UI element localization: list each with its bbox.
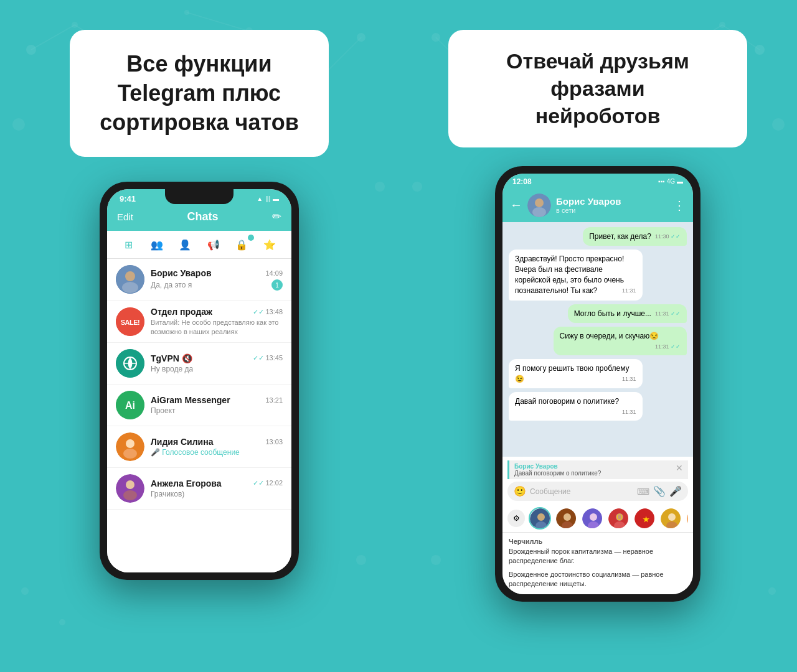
svg-point-0 bbox=[26, 45, 36, 55]
svg-point-46 bbox=[532, 207, 546, 217]
svg-point-5 bbox=[12, 118, 25, 131]
chat-preview-sales: Виталий: Не особо представляю как это во… bbox=[151, 318, 283, 336]
svg-line-10 bbox=[31, 25, 75, 50]
message-placeholder[interactable]: Сообщение bbox=[530, 487, 633, 496]
chat-list: Борис Уваров 14:09 Да, да это я 1 bbox=[107, 259, 291, 572]
chat-name-lidia: Лидия Силина bbox=[151, 437, 213, 447]
svg-text:Ai: Ai bbox=[125, 400, 135, 411]
contact-name: Борис Уваров bbox=[556, 196, 621, 207]
right-title-card: Отвечай друзьям фразаминейроботов bbox=[448, 30, 747, 147]
chat-preview-lidia: 🎤 Голосовое сообщение bbox=[151, 448, 240, 457]
android-time: 12:08 bbox=[512, 177, 532, 186]
bot-response-1: Врожденный порок капитализма — неравное … bbox=[509, 547, 687, 566]
chat-time-aigram: 13:21 bbox=[265, 396, 283, 404]
right-title: Отвечай друзьям фразаминейроботов bbox=[478, 47, 717, 130]
filter-bots[interactable]: 🔒 bbox=[232, 236, 252, 253]
right-phone: 12:08 ▪▪▪ 4G ▬ ← Борис У bbox=[495, 166, 700, 602]
more-button[interactable]: ⋮ bbox=[673, 198, 686, 213]
bot-avatar-6[interactable] bbox=[659, 507, 682, 530]
bot-avatar-1[interactable] bbox=[529, 507, 551, 530]
avatar-sales: SALE! bbox=[116, 307, 144, 336]
msg-time-1: 11:30 ✓✓ bbox=[655, 233, 681, 241]
msg-time-4: 11:31 ✓✓ bbox=[655, 343, 681, 351]
emoji-button[interactable]: 🙂 bbox=[514, 485, 526, 497]
chat-info-vpn: TgVPN 🔇 ✓✓13:45 Ну вроде да bbox=[151, 353, 283, 373]
input-area: Борис Уваров Давай поговорим о политике?… bbox=[502, 457, 693, 505]
filter-tabs: ⊞ 👥 👤 📢 🔒 ⭐ bbox=[107, 231, 291, 259]
svg-point-45 bbox=[535, 198, 544, 207]
msg-time-3: 11:31 ✓✓ bbox=[655, 310, 681, 318]
svg-point-37 bbox=[772, 118, 785, 131]
chats-title: Chats bbox=[187, 210, 218, 223]
chat-item-lidia[interactable]: Лидия Силина 13:03 🎤 Голосовое сообщение bbox=[107, 426, 291, 468]
svg-point-54 bbox=[590, 513, 597, 521]
chat-name-aigram: AiGram Messenger bbox=[151, 395, 230, 405]
filter-groups[interactable]: 👥 bbox=[147, 236, 167, 253]
avatar-lidia bbox=[116, 432, 144, 461]
bot-avatar-4[interactable] bbox=[607, 507, 630, 530]
bot-avatar-7[interactable] bbox=[686, 507, 688, 530]
attach-button[interactable]: 📎 bbox=[653, 485, 666, 497]
bot-response: Черчилль Врожденный порок капитализма — … bbox=[502, 532, 693, 594]
chat-time-angela: ✓✓12:02 bbox=[253, 479, 283, 487]
chat-time-vpn: ✓✓13:45 bbox=[253, 354, 283, 362]
chat-header: ← Борис Уваров в сети ⋮ bbox=[502, 189, 693, 222]
chat-item-boris[interactable]: Борис Уваров 14:09 Да, да это я 1 bbox=[107, 259, 291, 301]
signal-bars: ▪▪▪ bbox=[658, 178, 665, 185]
message-input-row: 🙂 Сообщение ⌨ 📎 🎤 bbox=[507, 482, 688, 501]
chat-info-aigram: AiGram Messenger 13:21 Проект bbox=[151, 395, 283, 415]
msg-text-3: Могло быть и лучше... bbox=[574, 309, 651, 318]
back-button[interactable]: ← bbox=[510, 198, 522, 212]
bot-avatar-5[interactable]: ★ bbox=[633, 507, 656, 530]
edit-button[interactable]: Edit bbox=[117, 212, 133, 222]
network-type: 4G bbox=[667, 178, 675, 185]
svg-point-31 bbox=[123, 490, 137, 500]
keyboard-icon[interactable]: ⌨ bbox=[637, 487, 649, 497]
reply-text: Давай поговорим о политике? bbox=[514, 470, 601, 477]
chat-preview-angela: Грачиков) bbox=[151, 490, 184, 498]
bot-avatar-2[interactable] bbox=[555, 507, 577, 530]
filter-all[interactable]: ⊞ bbox=[119, 236, 139, 253]
chat-item-vpn[interactable]: TgVPN 🔇 ✓✓13:45 Ну вроде да bbox=[107, 343, 291, 385]
svg-point-39 bbox=[431, 555, 441, 565]
svg-point-28 bbox=[123, 449, 137, 459]
chat-item-aigram[interactable]: Ai AiGram Messenger 13:21 Проект bbox=[107, 385, 291, 426]
chat-item-sales[interactable]: SALE! Отдел продаж ✓✓13:48 Виталий: Не о… bbox=[107, 301, 291, 343]
filter-channels[interactable]: 📢 bbox=[204, 236, 224, 253]
svg-point-13 bbox=[184, 10, 189, 15]
bot-avatar-3[interactable] bbox=[581, 507, 603, 530]
contact-info: Борис Уваров в сети bbox=[556, 196, 621, 214]
chat-item-angela[interactable]: Анжела Егорова ✓✓12:02 Грачиков) bbox=[107, 468, 291, 510]
messages-area: Привет, как дела? 11:30 ✓✓ Здравствуй! П… bbox=[502, 222, 693, 457]
compose-icon[interactable]: ✏ bbox=[272, 210, 281, 223]
battery-icon: ▬ bbox=[677, 178, 683, 185]
svg-point-33 bbox=[719, 22, 725, 28]
msg-text-4: Сижу в очереди, и скучаю😒 bbox=[560, 332, 659, 340]
msg-sent-1: Привет, как дела? 11:30 ✓✓ bbox=[583, 227, 687, 246]
left-title: Все функцииTelegram плюссортировка чатов bbox=[100, 50, 299, 137]
android-status-bar: 12:08 ▪▪▪ 4G ▬ bbox=[502, 174, 693, 189]
close-reply-button[interactable]: ✕ bbox=[676, 463, 683, 477]
msg-text-1: Привет, как дела? bbox=[589, 232, 651, 241]
signal-icon: ||| bbox=[265, 195, 270, 202]
avatar-aigram: Ai bbox=[116, 391, 144, 419]
svg-point-30 bbox=[126, 480, 134, 489]
filter-favorites[interactable]: ⭐ bbox=[260, 236, 280, 253]
svg-text:★: ★ bbox=[643, 515, 649, 524]
filter-personal[interactable]: 👤 bbox=[175, 236, 195, 253]
msg-sent-2: Могло быть и лучше... 11:31 ✓✓ bbox=[568, 304, 687, 324]
chat-name-angela: Анжела Егорова bbox=[151, 478, 222, 488]
svg-point-8 bbox=[21, 587, 29, 595]
phone-notch bbox=[165, 189, 233, 204]
svg-point-6 bbox=[375, 182, 385, 192]
voice-button[interactable]: 🎤 bbox=[669, 485, 682, 497]
svg-point-3 bbox=[357, 33, 365, 42]
svg-point-51 bbox=[564, 513, 571, 521]
chat-name-vpn: TgVPN 🔇 bbox=[151, 353, 192, 363]
avatar-boris bbox=[116, 265, 144, 294]
svg-point-40 bbox=[768, 587, 776, 595]
filter-badge bbox=[248, 235, 254, 241]
msg-sent-3: Сижу в очереди, и скучаю😒 11:31 ✓✓ bbox=[554, 327, 687, 355]
bot-settings-icon[interactable]: ⚙ bbox=[507, 510, 525, 527]
msg-time-6: 11:31 bbox=[622, 408, 636, 416]
